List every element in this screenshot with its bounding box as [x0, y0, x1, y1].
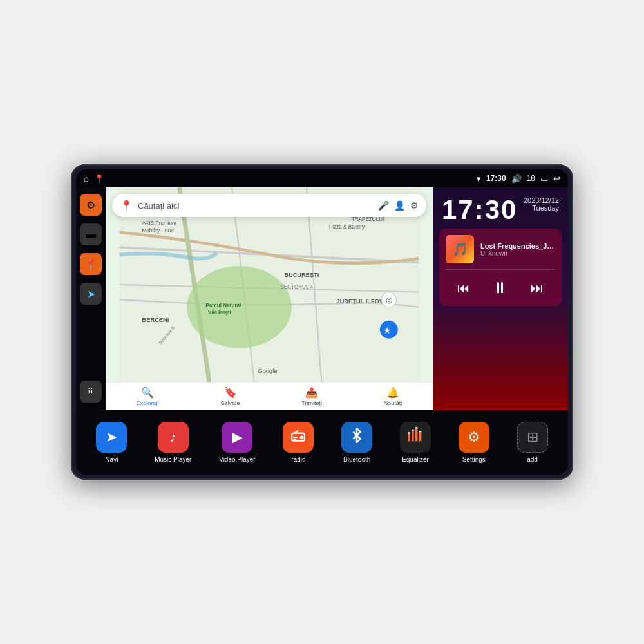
music-player-widget: 🎵 Lost Frequencies_Janie... Unknown ⏮ ⏸ …	[439, 229, 562, 306]
microphone-icon[interactable]: 🎤	[378, 200, 389, 211]
music-player-icon: ♪	[158, 422, 189, 453]
center-area: 📍 Căutați aici 🎤 👤 ⚙	[106, 187, 433, 410]
google-maps-icon: 📍	[120, 200, 133, 212]
map-explore-button[interactable]: 🔍 Explorați	[137, 386, 159, 406]
saved-label: Salvate	[221, 400, 240, 406]
svg-rect-32	[412, 430, 414, 431]
app-dock: ➤ Navi ♪ Music Player ▶ Video Player	[76, 410, 568, 475]
svg-rect-34	[419, 431, 422, 432]
music-album-art: 🎵	[446, 235, 474, 263]
clock-time: 17:30	[442, 196, 517, 223]
svg-text:JUDEȚUL ILFOV: JUDEȚUL ILFOV	[337, 298, 384, 305]
maps-shortcut-icon[interactable]: 📍	[94, 174, 104, 184]
app-bluetooth[interactable]: Bluetooth	[341, 422, 372, 463]
main-area: ⚙ ▬ 📍 ➤ ⠿ 📍	[76, 187, 568, 410]
screen: ⌂ 📍 ▾ 17:30 🔊 18 ▭ ↩ ⚙ ▬ 📍	[76, 169, 568, 475]
bluetooth-icon-symbol	[349, 428, 365, 447]
app-radio[interactable]: radio	[283, 422, 314, 463]
sidebar-navigation-button[interactable]: ➤	[80, 283, 102, 305]
map-search-bar[interactable]: 📍 Căutați aici 🎤 👤 ⚙	[112, 194, 426, 217]
svg-text:SECTORUL 4: SECTORUL 4	[280, 284, 313, 290]
app-add[interactable]: ⊞ add	[517, 422, 548, 463]
svg-rect-27	[408, 434, 410, 442]
location-icon: 📍	[84, 258, 97, 270]
map-search-input[interactable]: Căutați aici	[138, 201, 378, 211]
app-music-player[interactable]: ♪ Music Player	[155, 422, 191, 463]
add-app-icon: ⊞	[517, 422, 548, 453]
wifi-icon: ▾	[477, 174, 481, 184]
settings-icon: ⚙	[86, 199, 95, 211]
svg-rect-29	[415, 429, 418, 442]
sidebar-apps-button[interactable]: ⠿	[80, 381, 102, 402]
news-icon: 🔔	[386, 386, 399, 399]
next-track-button[interactable]: ⏭	[528, 278, 546, 298]
clock-date-info: 2023/12/12 Tuesday	[524, 196, 559, 212]
equalizer-icon-symbol	[406, 426, 424, 448]
svg-text:BUCUREȘTI: BUCUREȘTI	[284, 272, 319, 278]
equalizer-label: Equalizer	[402, 456, 429, 463]
svg-text:Parcul Natural: Parcul Natural	[205, 303, 241, 308]
bluetooth-icon	[341, 422, 372, 453]
sidebar-location-button[interactable]: 📍	[80, 253, 102, 275]
music-title: Lost Frequencies_Janie...	[480, 242, 555, 250]
music-icon-symbol: ♪	[169, 429, 176, 446]
account-icon[interactable]: 👤	[394, 200, 405, 211]
settings-app-icon-symbol: ⚙	[468, 429, 480, 446]
app-settings[interactable]: ⚙ Settings	[459, 422, 489, 463]
settings-app-icon: ⚙	[459, 422, 489, 453]
svg-rect-33	[415, 427, 418, 428]
navigation-icon: ➤	[87, 288, 95, 300]
music-artist: Unknown	[480, 250, 555, 257]
app-video-player[interactable]: ▶ Video Player	[219, 422, 256, 463]
sidebar-settings-button[interactable]: ⚙	[80, 194, 102, 216]
map-container[interactable]: 📍 Căutați aici 🎤 👤 ⚙	[106, 187, 433, 382]
music-album-row: 🎵 Lost Frequencies_Janie... Unknown	[446, 235, 555, 263]
radio-icon-symbol	[290, 428, 307, 448]
battery-icon: ▭	[540, 174, 548, 184]
svg-text:◎: ◎	[386, 296, 392, 304]
explore-label: Explorați	[137, 400, 159, 406]
home-icon[interactable]: ⌂	[84, 174, 89, 184]
radio-icon	[283, 422, 314, 453]
sidebar-files-button[interactable]: ▬	[80, 223, 102, 245]
svg-text:TRAPEZULUI: TRAPEZULUI	[352, 216, 384, 222]
video-player-icon: ▶	[222, 422, 252, 453]
video-player-label: Video Player	[219, 456, 256, 463]
music-progress-bar[interactable]	[446, 269, 555, 270]
map-saved-button[interactable]: 🔖 Salvate	[221, 386, 240, 406]
navi-label: Navi	[105, 456, 118, 463]
svg-point-24	[300, 435, 303, 439]
status-bar: ⌂ 📍 ▾ 17:30 🔊 18 ▭ ↩	[76, 169, 568, 187]
video-icon-symbol: ▶	[232, 429, 243, 446]
car-head-unit: ⌂ 📍 ▾ 17:30 🔊 18 ▭ ↩ ⚙ ▬ 📍	[71, 164, 573, 480]
add-icon-symbol: ⊞	[527, 429, 538, 446]
music-player-label: Music Player	[155, 456, 191, 463]
radio-label: radio	[291, 456, 305, 463]
battery-number: 18	[527, 174, 535, 183]
svg-text:Văcărești: Văcărești	[208, 310, 231, 316]
svg-text:★: ★	[383, 325, 392, 336]
back-icon[interactable]: ↩	[553, 174, 560, 184]
files-icon: ▬	[86, 229, 96, 240]
contribute-icon: 📤	[305, 386, 318, 399]
svg-rect-31	[408, 432, 410, 433]
settings-label: Settings	[462, 456, 486, 463]
saved-icon: 🔖	[224, 386, 237, 399]
app-navi[interactable]: ➤ Navi	[96, 422, 127, 463]
right-panel: 17:30 2023/12/12 Tuesday 🎵 Lost Frequenc…	[433, 187, 568, 410]
app-equalizer[interactable]: Equalizer	[400, 422, 431, 463]
svg-text:Mobility - Sud: Mobility - Sud	[142, 228, 174, 234]
prev-track-button[interactable]: ⏮	[455, 278, 473, 298]
apps-grid-icon: ⠿	[88, 387, 94, 396]
status-bar-left: ⌂ 📍	[84, 174, 104, 184]
map-bottom-bar: 🔍 Explorați 🔖 Salvate 📤 Trimiteți 🔔 Nout…	[106, 382, 433, 410]
pause-button[interactable]: ⏸	[490, 276, 511, 299]
settings-dots-icon[interactable]: ⚙	[410, 200, 419, 211]
svg-text:AXIS Premium: AXIS Premium	[142, 220, 177, 226]
svg-rect-28	[412, 431, 414, 441]
status-time: 17:30	[486, 174, 506, 183]
navi-icon: ➤	[96, 422, 127, 453]
map-news-button[interactable]: 🔔 Noutăți	[384, 386, 402, 406]
map-contribute-button[interactable]: 📤 Trimiteți	[301, 386, 322, 406]
clock-area: 17:30 2023/12/12 Tuesday	[433, 187, 568, 229]
